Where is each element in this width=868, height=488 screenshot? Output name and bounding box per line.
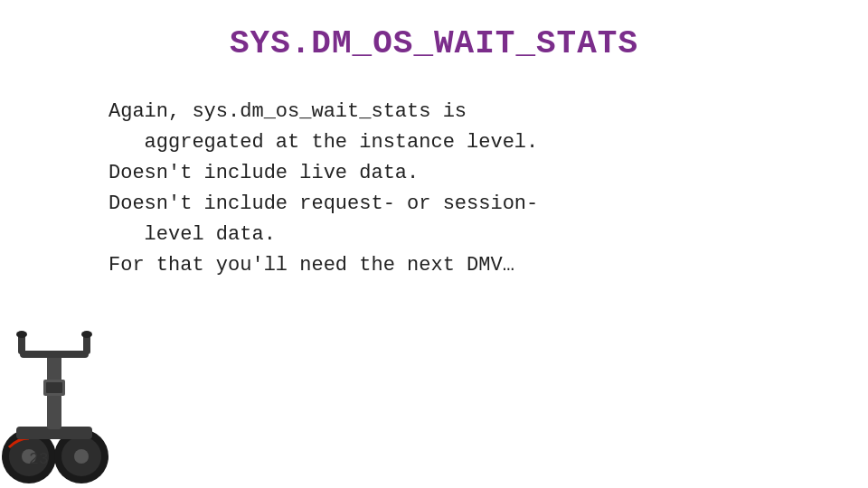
svg-point-11 [16, 331, 27, 338]
svg-rect-14 [46, 382, 62, 393]
svg-point-12 [81, 331, 92, 338]
slide-number: 23 [29, 450, 49, 468]
title-area: SYS.DM_OS_WAIT_STATS [0, 0, 868, 80]
svg-rect-8 [20, 351, 89, 358]
slide-title: SYS.DM_OS_WAIT_STATS [230, 25, 638, 62]
slide-container: SYS.DM_OS_WAIT_STATS Again, sys.dm_os_wa… [0, 0, 868, 488]
content-area: Again, sys.dm_os_wait_stats is aggregate… [0, 80, 868, 282]
segway-illustration [0, 280, 118, 488]
svg-point-5 [74, 449, 89, 464]
content-text: Again, sys.dm_os_wait_stats is aggregate… [108, 97, 868, 282]
